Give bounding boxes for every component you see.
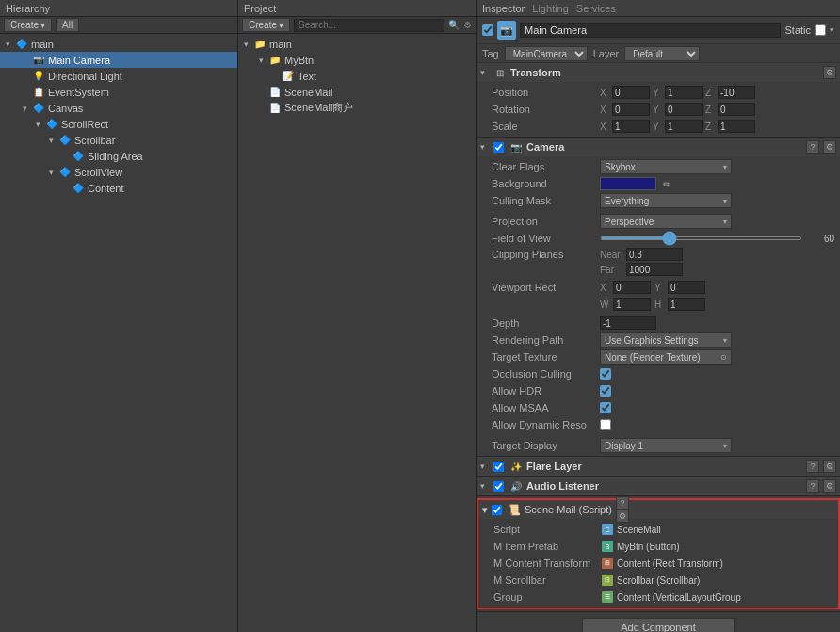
rendering-path-dropdown[interactable]: Use Graphics Settings ▾ [600,332,732,348]
depth-field[interactable] [600,316,656,330]
msaa-checkbox[interactable] [600,402,611,413]
scale-z[interactable] [718,120,755,133]
clear-flags-dropdown[interactable]: Skybox ▾ [600,159,732,174]
hier-item-label: Directional Light [48,71,122,82]
color-edit-icon[interactable]: ✏ [663,179,670,189]
object-selector-icon[interactable]: ⊙ [720,353,727,362]
dropdown-arrow-icon: ▾ [723,197,727,205]
static-checkbox[interactable] [815,24,826,36]
audio-enable-checkbox[interactable] [493,481,504,492]
inspector-body: 📷 Static ▾ Tag MainCamera Layer Default [477,17,840,632]
rotation-z[interactable] [718,103,755,116]
occlusion-checkbox[interactable] [600,368,611,380]
rotation-y[interactable] [665,103,703,116]
project-item-scenemail2[interactable]: 📄 SceneMail商户 [238,100,476,116]
position-y[interactable] [665,86,703,99]
far-label: Far [600,265,626,275]
scene-mail-actions: ? ⚙ [616,496,629,523]
static-dropdown-icon[interactable]: ▾ [830,25,834,35]
projection-value: Perspective ▾ [600,214,834,229]
audio-help-icon[interactable]: ? [806,479,819,493]
tag-label: Tag [482,48,499,59]
viewport-h[interactable] [668,298,705,311]
scene-mail-enable-checkbox[interactable] [492,505,502,515]
scene-mail-help-icon[interactable]: ? [616,496,629,510]
scene-mail-settings-icon[interactable]: ⚙ [616,510,629,523]
add-component-button[interactable]: Add Component [582,618,735,632]
projection-dropdown[interactable]: Perspective ▾ [600,214,732,229]
hdr-checkbox[interactable] [600,385,611,397]
transform-settings-icon[interactable]: ⚙ [823,66,836,79]
scene-icon: 🔷 [15,38,28,51]
transform-header[interactable]: ▾ ⊞ Transform ⚙ [477,63,840,82]
script-label: Script [493,524,602,535]
z-label: Z [705,122,715,132]
flare-actions: ? ⚙ [806,460,836,473]
scrollbar-name: Scrollbar (Scrollbar) [617,575,700,586]
object-name-field[interactable] [520,23,781,38]
fold-icon: ▾ [480,481,490,491]
near-value[interactable] [626,248,683,261]
viewport-w[interactable] [613,298,651,311]
camera-header[interactable]: ▾ 📷 Camera ? ⚙ [477,138,840,156]
hier-item-scrollrect[interactable]: ▾ 🔷 ScrollRect [0,116,237,132]
scale-x[interactable] [612,120,650,133]
target-display-dropdown[interactable]: Display 1 ▾ [600,438,732,453]
scrollrect-icon: 🔷 [45,118,58,131]
flare-settings-icon[interactable]: ⚙ [823,460,836,473]
y-label: Y [653,105,662,115]
camera-body: Clear Flags Skybox ▾ Background [477,156,840,456]
occlusion-value [600,368,834,380]
rotation-label: Rotation [492,104,600,115]
dynamic-checkbox[interactable] [600,419,611,430]
rotation-x[interactable] [612,103,650,116]
culling-mask-dropdown[interactable]: Everything ▾ [600,193,732,208]
hier-item-canvas[interactable]: ▾ 🔷 Canvas [0,100,237,116]
project-create-button[interactable]: Create ▾ [242,18,290,32]
project-item-mybtn[interactable]: ▾ 📁 MyBtn [238,52,476,68]
viewport-x[interactable] [613,281,651,294]
camera-comp-icon: 📷 [509,140,523,154]
position-x[interactable] [612,86,650,99]
scale-y[interactable] [665,120,703,133]
project-item-text[interactable]: 📝 Text [238,68,476,84]
project-item-scenemail[interactable]: 📄 SceneMail [238,84,476,100]
item-prefab-name: MyBtn (Button) [617,542,680,552]
object-active-checkbox[interactable] [482,24,493,36]
hier-item-event-system[interactable]: 📋 EventSystem [0,84,237,100]
hier-item-sliding-area[interactable]: 🔷 Sliding Area [0,148,237,164]
hier-item-scrollbar[interactable]: ▾ 🔷 Scrollbar [0,132,237,148]
layer-dropdown[interactable]: Default [624,46,700,61]
camera-title: Camera [526,141,802,153]
fov-slider[interactable] [600,236,802,240]
far-value[interactable] [626,263,683,276]
background-color-field[interactable] [600,177,656,190]
target-texture-dropdown[interactable]: None (Render Texture) ⊙ [600,349,732,365]
y-label: Y [653,88,662,98]
audio-icon: 🔊 [509,479,523,493]
hier-item-main-camera[interactable]: 📷 Main Camera [0,52,237,68]
hier-item-directional-light[interactable]: 💡 Directional Light [0,68,237,84]
culling-mask-row: Culling Mask Everything ▾ [477,192,840,209]
hdr-label: Allow HDR [492,385,600,397]
hier-item-content[interactable]: 🔷 Content [0,180,237,196]
camera-settings-icon[interactable]: ⚙ [823,140,836,154]
project-search-input[interactable] [294,19,444,32]
audio-settings-icon[interactable]: ⚙ [823,479,836,493]
hier-item-scrollview[interactable]: ▾ 🔷 ScrollView [0,164,237,180]
flare-layer-header[interactable]: ▾ ✨ Flare Layer ? ⚙ [477,457,840,476]
depth-value [600,316,834,330]
audio-listener-header[interactable]: ▾ 🔊 Audio Listener ? ⚙ [477,477,840,495]
viewport-y[interactable] [668,281,705,294]
tag-dropdown[interactable]: MainCamera [505,46,588,61]
hierarchy-all-button[interactable]: All [56,18,79,32]
scene-mail-header[interactable]: ▾ 📜 Scene Mail (Script) ? ⚙ [478,500,838,519]
hierarchy-create-button[interactable]: Create ▾ [4,18,52,32]
project-item-main[interactable]: ▾ 📁 main [238,36,476,52]
camera-help-icon[interactable]: ? [806,140,819,154]
camera-enable-checkbox[interactable] [493,142,504,153]
flare-help-icon[interactable]: ? [806,460,819,473]
hier-item-main[interactable]: ▾ 🔷 main [0,36,237,52]
position-z[interactable] [718,86,755,99]
flare-enable-checkbox[interactable] [493,462,504,472]
